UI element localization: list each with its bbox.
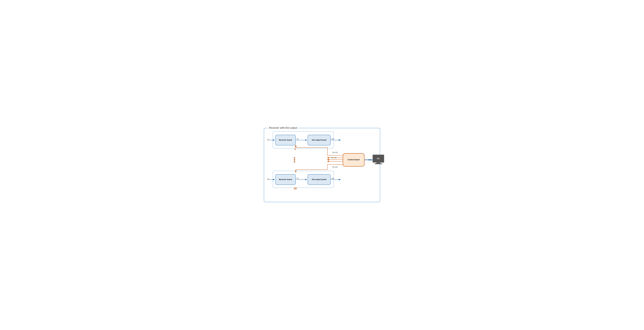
diagram-title: Receiver with ASI output xyxy=(268,126,298,129)
svg-rect-45 xyxy=(376,162,380,164)
outer-box: Receiver with ASI output RF xyxy=(264,128,380,202)
diagram-wrapper: Receiver with ASI output RF xyxy=(264,128,380,202)
svg-text:PC: PC xyxy=(377,157,380,160)
